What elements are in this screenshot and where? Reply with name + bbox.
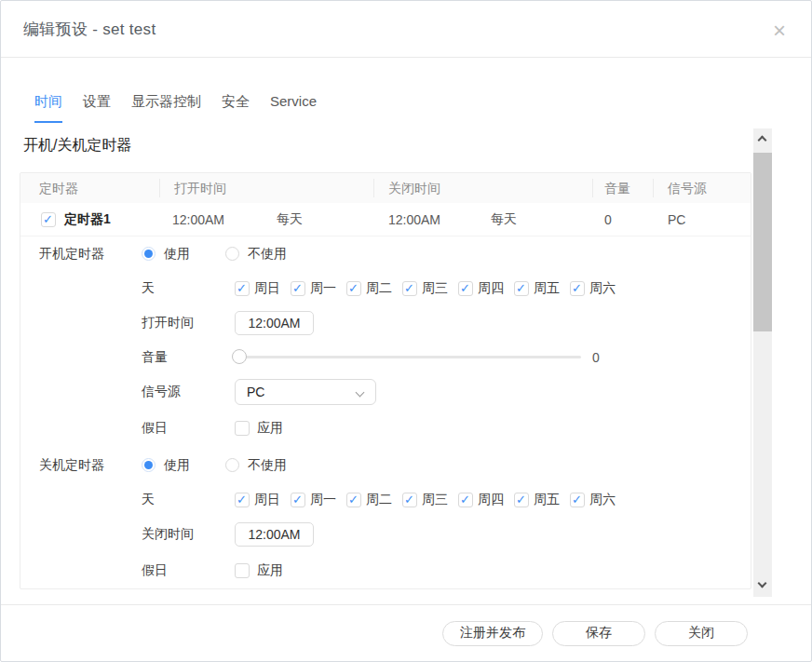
- on-day-sun-checkbox[interactable]: [235, 281, 250, 296]
- on-day-sat-checkbox[interactable]: [570, 281, 585, 296]
- on-timer-not-use-radio[interactable]: [225, 247, 239, 261]
- close-button[interactable]: ×: [766, 18, 792, 44]
- on-source-label: 信号源: [142, 384, 235, 400]
- on-day-sat-label: 周六: [589, 280, 616, 297]
- on-timer-label: 开机定时器: [20, 246, 142, 263]
- off-day-wed-checkbox[interactable]: [402, 493, 417, 507]
- row-on-time: 12:00AM: [160, 212, 267, 227]
- edit-preset-dialog: 编辑预设 - set test × 时间 设置 显示器控制 安全 Service…: [0, 0, 812, 662]
- off-timer-use-label: 使用: [164, 457, 190, 474]
- off-day-sat-checkbox[interactable]: [570, 493, 585, 507]
- off-day-wed-label: 周三: [422, 492, 448, 508]
- on-holiday-apply-label: 应用: [257, 420, 283, 437]
- on-day-wed-checkbox[interactable]: [402, 281, 417, 296]
- on-day-tue-checkbox[interactable]: [346, 281, 361, 296]
- on-day-fri-checkbox[interactable]: [514, 281, 529, 296]
- chevron-down-icon: [356, 387, 365, 397]
- source-select[interactable]: PC: [235, 379, 376, 405]
- off-holiday-label: 假日: [142, 562, 235, 579]
- timer-row-checkbox[interactable]: [41, 212, 56, 227]
- off-day-thu-checkbox[interactable]: [458, 493, 473, 507]
- on-time-label: 打开时间: [142, 315, 235, 331]
- tab-display-control[interactable]: 显示器控制: [131, 93, 201, 123]
- on-days-label: 天: [142, 280, 235, 297]
- scrollbar-thumb[interactable]: [753, 153, 772, 331]
- on-holiday-row: 假日 应用: [20, 409, 751, 448]
- on-volume-row: 音量 0: [20, 340, 751, 374]
- scrollbar-down-icon: [758, 579, 767, 588]
- volume-slider-track[interactable]: [235, 356, 581, 358]
- off-day-mon-label: 周一: [310, 492, 336, 508]
- off-holiday-checkbox[interactable]: [235, 563, 250, 578]
- on-day-mon-checkbox[interactable]: [291, 281, 305, 296]
- scrollbar-down-button[interactable]: [753, 576, 772, 595]
- dialog-footer: 注册并发布 保存 关闭: [1, 604, 811, 661]
- col-timer: 定时器: [20, 179, 160, 197]
- off-timer-use-radio[interactable]: [142, 458, 156, 472]
- off-holiday-apply-label: 应用: [257, 562, 283, 579]
- off-day-fri-label: 周五: [534, 492, 560, 508]
- off-day-mon-checkbox[interactable]: [291, 493, 305, 507]
- off-timer-not-use-label: 不使用: [248, 457, 287, 474]
- row-on-repeat: 每天: [267, 211, 374, 228]
- on-day-thu-checkbox[interactable]: [458, 281, 473, 296]
- table-row[interactable]: 定时器1 12:00AM 每天 12:00AM 每天 0 PC: [20, 203, 751, 236]
- off-day-tue-checkbox[interactable]: [346, 493, 361, 507]
- row-volume: 0: [593, 212, 654, 227]
- on-time-row: 打开时间 12:00AM: [20, 305, 751, 340]
- volume-value: 0: [592, 350, 600, 365]
- register-publish-button[interactable]: 注册并发布: [442, 621, 543, 646]
- on-timer-not-use-label: 不使用: [248, 246, 287, 263]
- off-time-button[interactable]: 12:00AM: [235, 522, 314, 547]
- section-title: 开机/关机定时器: [23, 136, 811, 155]
- on-day-wed-label: 周三: [422, 280, 448, 297]
- off-day-sun-checkbox[interactable]: [235, 493, 250, 507]
- close-icon: ×: [773, 20, 786, 42]
- on-source-row: 信号源 PC: [20, 374, 751, 409]
- tab-settings[interactable]: 设置: [83, 93, 111, 123]
- off-day-tue-label: 周二: [366, 492, 392, 508]
- save-button[interactable]: 保存: [552, 621, 645, 646]
- timer-name: 定时器1: [64, 211, 111, 228]
- scrollbar[interactable]: [753, 128, 772, 597]
- on-timer-use-radio[interactable]: [142, 247, 156, 261]
- scrollbar-up-icon: [758, 136, 767, 145]
- close-dialog-button[interactable]: 关闭: [655, 621, 748, 646]
- timer-table-header: 定时器 打开时间 关闭时间 音量 信号源: [20, 173, 751, 203]
- row-off-repeat: 每天: [484, 211, 593, 228]
- on-time-button[interactable]: 12:00AM: [235, 311, 314, 335]
- timer-panel: 定时器 打开时间 关闭时间 音量 信号源 定时器1 12:00AM 每天 12:…: [20, 172, 751, 589]
- on-timer-days-row: 天 周日 周一 周二 周三 周四 周五 周六: [20, 271, 751, 305]
- off-time-row: 关闭时间 12:00AM: [20, 517, 751, 551]
- volume-slider-handle[interactable]: [232, 349, 247, 364]
- source-select-value: PC: [247, 385, 264, 399]
- on-volume-label: 音量: [142, 349, 235, 366]
- off-timer-mode-row: 关机定时器 使用 不使用: [20, 448, 751, 482]
- tab-security[interactable]: 安全: [222, 93, 250, 123]
- off-day-thu-label: 周四: [478, 492, 504, 508]
- off-time-label: 关闭时间: [142, 526, 235, 543]
- content-viewport: 开机/关机定时器 定时器 打开时间 关闭时间 音量 信号源 定时器1 12:00…: [1, 123, 811, 597]
- off-day-sun-label: 周日: [254, 492, 280, 508]
- on-day-fri-label: 周五: [534, 280, 560, 297]
- on-timer-mode-row: 开机定时器 使用 不使用: [20, 236, 751, 271]
- off-day-fri-checkbox[interactable]: [514, 493, 529, 507]
- off-timer-not-use-radio[interactable]: [225, 458, 239, 472]
- col-source: 信号源: [654, 179, 752, 197]
- off-days-label: 天: [142, 492, 235, 508]
- tab-service[interactable]: Service: [270, 93, 317, 123]
- on-day-tue-label: 周二: [366, 280, 392, 297]
- off-timer-label: 关机定时器: [20, 457, 142, 474]
- dialog-header: 编辑预设 - set test: [1, 1, 811, 58]
- scrollbar-up-button[interactable]: [753, 128, 772, 147]
- off-holiday-row: 假日 应用: [20, 551, 751, 590]
- dialog-title: 编辑预设 - set test: [23, 19, 156, 40]
- on-holiday-checkbox[interactable]: [235, 421, 250, 436]
- off-timer-days-row: 天 周日 周一 周二 周三 周四 周五 周六: [20, 482, 751, 517]
- on-day-mon-label: 周一: [310, 280, 336, 297]
- col-on-time: 打开时间: [160, 179, 374, 197]
- row-source: PC: [654, 212, 752, 227]
- tab-time[interactable]: 时间: [34, 93, 62, 123]
- col-volume: 音量: [593, 179, 654, 197]
- on-day-sun-label: 周日: [254, 280, 280, 297]
